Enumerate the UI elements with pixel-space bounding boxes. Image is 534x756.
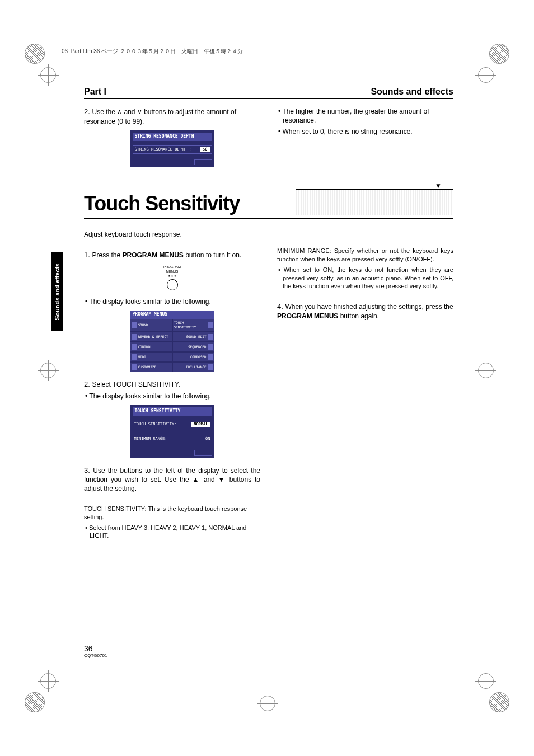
reg-mark [478,67,494,83]
note-set-zero: • When set to 0, there is no string reso… [277,127,453,136]
string-resonance-screen: STRING RESONANCE DEPTH STRING RESONANCE … [130,130,214,167]
display-note-2: • The display looks similar to the follo… [84,392,260,401]
ts-description: TOUCH SENSITIVITY: This is the keyboard … [84,505,260,522]
screen-title: STRING RESONANCE DEPTH [133,133,212,141]
part-label: Part I [84,87,106,97]
reg-mark [478,673,494,689]
touch-sensitivity-heading: Touch Sensitivity [84,192,240,215]
page-header: Part I Sounds and effects [84,87,453,99]
display-note-1: • The display looks similar to the follo… [84,297,260,306]
print-info-text: 06_Part I.fm 36 ページ ２００３年５月２０日 火曜日 午後５時２… [62,48,243,54]
crop-corner-br [489,692,509,712]
reg-mark [40,673,56,689]
ts-options: • Select from HEAVY 3, HEAVY 2, HEAVY 1,… [84,524,260,541]
reg-mark [478,363,494,378]
step-1: 1. Press the PROGRAM MENUS button to tur… [84,250,260,260]
panel-diagram [296,189,453,215]
min-range-note: • When set to ON, the keys do not functi… [277,266,453,291]
crop-corner-tl [25,44,45,64]
touch-intro: Adjust keyboard touch response. [84,230,260,239]
doc-code: QQTG0701 [84,653,107,658]
min-range-desc: MINIMUM RANGE: Specify whether or not th… [277,247,453,264]
print-header: 06_Part I.fm 36 ページ ２００３年５月２０日 火曜日 午後５時２… [62,48,500,58]
program-menus-button-diagram: PROGRAM MENUS ● ○ ● [161,265,184,290]
step-2-ts: 2. Select TOUCH SENSITIVITY. [84,379,260,389]
step-3: 3. Use the buttons to the left of the di… [84,466,260,494]
reg-mark [40,363,56,378]
step-2-text: 2. Use the ∧ and ∨ buttons to adjust the… [84,107,260,126]
note-higher-number: • The higher the number, the greater the… [277,107,453,125]
section-label: Sounds and effects [371,87,453,97]
reg-mark [40,67,56,83]
program-menus-screen: PROGRAM MENUS SOUND TOUCH SENSITIVITY RE… [130,311,214,372]
step-4: 4. When you have finished adjusting the … [277,302,453,321]
touch-sensitivity-screen: TOUCH SENSITIVITY TOUCH SENSITIVITY: NOR… [130,405,214,458]
reg-mark [260,696,275,711]
side-tab: Sounds and effects [51,252,63,331]
crop-corner-bl [25,692,45,712]
page-number: 36 [84,644,107,653]
page-footer: 36 QQTG0701 [84,644,107,658]
